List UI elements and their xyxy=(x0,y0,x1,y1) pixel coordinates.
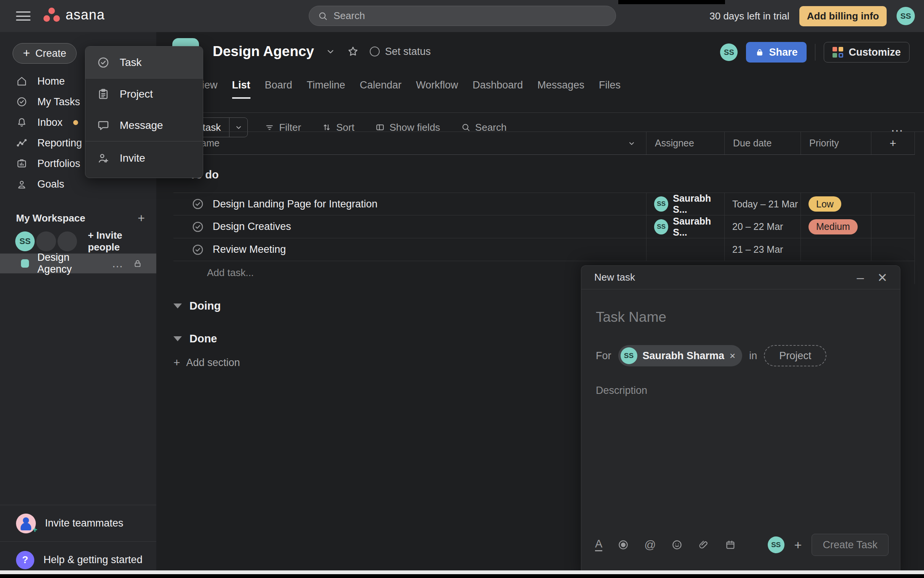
menu-item-project[interactable]: Project xyxy=(85,78,203,110)
tab-files[interactable]: Files xyxy=(599,79,621,99)
assignee-chip[interactable]: SS Saurabh Sharma × xyxy=(618,345,742,366)
project-picker[interactable]: Project xyxy=(764,345,827,366)
section-label: Done xyxy=(190,333,217,345)
section-doing[interactable]: Doing xyxy=(173,295,221,317)
close-icon[interactable]: × xyxy=(877,273,887,282)
column-priority[interactable]: Priority xyxy=(801,132,871,154)
task-name-cell[interactable]: Review Meeting xyxy=(173,238,646,261)
table-row[interactable]: Review Meeting 21 – 23 Mar xyxy=(173,238,914,261)
chevron-down-icon[interactable] xyxy=(627,139,636,148)
customize-label: Customize xyxy=(848,47,901,58)
creator-avatar[interactable]: SS xyxy=(768,536,785,553)
check-circle-icon xyxy=(16,96,28,107)
tab-list[interactable]: List xyxy=(232,79,250,99)
member-avatar-placeholder xyxy=(36,231,56,251)
task-name-field[interactable]: Task Name xyxy=(596,309,885,325)
tab-dashboard[interactable]: Dashboard xyxy=(473,79,523,99)
tab-board[interactable]: Board xyxy=(265,79,292,99)
add-section-button[interactable]: + Add section xyxy=(173,356,240,369)
app-window: asana 30 days left in trial Add billing … xyxy=(0,0,924,578)
share-button[interactable]: Share xyxy=(746,42,807,63)
chevron-down-icon[interactable] xyxy=(325,46,336,57)
task-name-cell[interactable]: Design Landing Page for Integration xyxy=(173,193,646,215)
screen-notch-artifact xyxy=(618,0,725,4)
add-column-button[interactable]: + xyxy=(871,132,914,154)
priority-cell[interactable] xyxy=(801,238,871,261)
assignee-cell[interactable] xyxy=(646,238,724,261)
home-icon xyxy=(16,75,28,87)
tab-calendar[interactable]: Calendar xyxy=(360,79,402,99)
menu-item-label: Project xyxy=(120,88,153,100)
assignee-cell[interactable]: SS Saurabh S... xyxy=(646,193,724,215)
text-format-icon[interactable]: A xyxy=(595,538,602,551)
member-avatar[interactable]: SS xyxy=(15,231,35,251)
table-row[interactable]: Design Creatives SS Saurabh S... 20 – 22… xyxy=(173,216,914,238)
invite-people-button[interactable]: + Invite people xyxy=(88,229,156,253)
set-status-label: Set status xyxy=(385,46,431,58)
menu-item-message[interactable]: Message xyxy=(85,110,203,141)
record-icon[interactable] xyxy=(618,539,629,550)
collaborator-avatar[interactable]: SS xyxy=(720,44,738,61)
tab-messages[interactable]: Messages xyxy=(538,79,584,99)
priority-cell[interactable]: Medium xyxy=(801,216,871,238)
add-billing-info-button[interactable]: Add billing info xyxy=(799,6,887,26)
set-status-button[interactable]: Set status xyxy=(370,46,431,58)
column-assignee[interactable]: Assignee xyxy=(646,132,724,154)
collapse-triangle-icon[interactable] xyxy=(173,304,182,308)
due-date: 21 – 23 Mar xyxy=(732,244,783,255)
priority-badge: Medium xyxy=(809,219,858,234)
description-field[interactable]: Description xyxy=(596,385,885,396)
create-task-button[interactable]: Create Task xyxy=(812,534,888,556)
due-date-cell[interactable]: 21 – 23 Mar xyxy=(724,238,801,261)
view-tabs: Overview List Board Timeline Calendar Wo… xyxy=(175,79,621,99)
remove-assignee-icon[interactable]: × xyxy=(729,350,735,362)
tab-workflow[interactable]: Workflow xyxy=(416,79,458,99)
sidebar-item-design-agency[interactable]: Design Agency … xyxy=(0,253,156,273)
priority-cell[interactable]: Low xyxy=(801,193,871,215)
emoji-icon[interactable] xyxy=(671,539,683,550)
due-date-cell[interactable]: Today – 21 Mar xyxy=(724,193,801,215)
minimize-icon[interactable]: – xyxy=(857,274,864,281)
due-date-cell[interactable]: 20 – 22 Mar xyxy=(724,216,801,238)
check-circle-icon[interactable] xyxy=(191,198,204,211)
help-label: Help & getting started xyxy=(44,554,143,566)
create-button[interactable]: + Create xyxy=(13,43,77,64)
customize-button[interactable]: Customize xyxy=(824,42,909,63)
global-search[interactable] xyxy=(309,6,616,26)
attachment-icon[interactable] xyxy=(698,539,709,550)
dialog-title: New task xyxy=(594,271,635,283)
assignee-avatar: SS xyxy=(654,219,668,234)
check-circle-icon[interactable] xyxy=(191,220,204,233)
workspace-header: My Workspace + xyxy=(16,211,145,225)
mention-icon[interactable]: @ xyxy=(644,538,656,551)
empty-cell xyxy=(871,238,914,261)
calendar-icon[interactable] xyxy=(725,539,736,550)
trend-icon xyxy=(16,137,28,149)
invite-teammates-button[interactable]: + Invite teammates xyxy=(0,505,156,541)
menu-item-task[interactable]: Task xyxy=(85,47,203,78)
due-date: Today – 21 Mar xyxy=(732,199,798,210)
user-avatar[interactable]: SS xyxy=(896,7,915,25)
more-options-icon[interactable]: … xyxy=(890,125,905,130)
project-more-icon[interactable]: … xyxy=(112,257,124,270)
sidebar-item-label: Reporting xyxy=(37,137,82,149)
column-due-date[interactable]: Due date xyxy=(724,132,801,154)
priority-badge: Low xyxy=(809,196,841,212)
check-circle-icon[interactable] xyxy=(191,243,204,256)
assignee-cell[interactable]: SS Saurabh S... xyxy=(646,216,724,238)
bell-icon xyxy=(16,117,28,128)
hamburger-menu-icon[interactable] xyxy=(16,9,31,23)
star-icon[interactable] xyxy=(347,45,359,58)
table-row[interactable]: Design Landing Page for Integration SS S… xyxy=(173,193,914,216)
tab-timeline[interactable]: Timeline xyxy=(307,79,345,99)
search-input[interactable] xyxy=(334,10,607,22)
task-name-cell[interactable]: Design Creatives xyxy=(173,216,646,238)
menu-item-invite[interactable]: Invite xyxy=(85,141,203,175)
asana-logo[interactable]: asana xyxy=(43,6,105,24)
collapse-triangle-icon[interactable] xyxy=(173,336,182,341)
section-done[interactable]: Done xyxy=(173,328,217,349)
add-collaborator-icon[interactable]: + xyxy=(794,537,802,552)
workspace-add-icon[interactable]: + xyxy=(138,211,145,225)
column-task-name[interactable]: Task name xyxy=(156,132,646,154)
section-label: Doing xyxy=(190,300,221,312)
